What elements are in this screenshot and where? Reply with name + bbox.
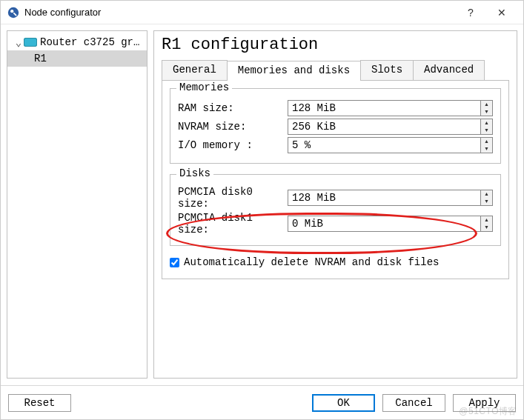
nvram-size-label: NVRAM size: [178,121,288,133]
memories-group: Memories RAM size: ▲ ▼ NVRAM size: [170,88,501,164]
titlebar: Node configurator ? ✕ [1,1,523,24]
router-icon [24,38,37,47]
svg-point-0 [8,7,19,17]
pcmcia-disk1-input[interactable] [288,216,480,232]
tab-bar: General Memories and disks Slots Advance… [162,60,509,81]
dialog-footer: Reset OK Cancel Apply [1,385,523,419]
io-memory-spinbox[interactable]: ▲ ▼ [288,137,493,153]
close-button[interactable]: ✕ [486,1,517,24]
spin-down-icon[interactable]: ▼ [481,224,492,231]
pcmcia-disk0-input[interactable] [288,190,480,206]
ok-button[interactable]: OK [312,394,375,412]
ram-size-input[interactable] [288,100,480,116]
node-tree[interactable]: ⌄ Router c3725 gr… R1 [7,30,147,379]
io-memory-input[interactable] [288,137,480,153]
memories-legend: Memories [176,81,232,93]
ram-size-spinbox[interactable]: ▲ ▼ [288,100,493,116]
disks-legend: Disks [176,167,213,179]
tab-memories-disks[interactable]: Memories and disks [227,61,361,81]
pcmcia-disk0-label: PCMCIA disk0 size: [178,186,288,210]
tree-child-item[interactable]: R1 [7,50,147,67]
spin-up-icon[interactable]: ▲ [481,190,492,198]
auto-delete-row[interactable]: Automatically delete NVRAM and disk file… [170,256,501,268]
pcmcia-disk1-spinbox[interactable]: ▲ ▼ [288,216,493,232]
config-pane: R1 configuration General Memories and di… [153,30,517,379]
auto-delete-label[interactable]: Automatically delete NVRAM and disk file… [184,256,439,268]
tab-slots[interactable]: Slots [360,60,414,80]
watermark: @51CTO博客 [459,405,517,418]
app-icon [7,6,20,19]
nvram-size-spinbox[interactable]: ▲ ▼ [288,119,493,135]
cancel-button[interactable]: Cancel [382,394,445,412]
help-button[interactable]: ? [455,1,486,24]
nvram-size-input[interactable] [288,119,480,135]
spin-up-icon[interactable]: ▲ [481,101,492,108]
svg-point-1 [10,10,13,13]
auto-delete-checkbox[interactable] [170,258,179,267]
caret-down-icon: ⌄ [13,36,24,49]
spin-up-icon[interactable]: ▲ [481,138,492,145]
ram-size-label: RAM size: [178,102,288,114]
tab-advanced[interactable]: Advanced [413,60,485,80]
tab-panel-memories-disks: Memories RAM size: ▲ ▼ NVRAM size: [162,81,509,279]
spin-up-icon[interactable]: ▲ [481,119,492,127]
disks-group: Disks PCMCIA disk0 size: ▲ ▼ PCMCIA disk… [170,174,501,246]
tree-root-item[interactable]: ⌄ Router c3725 gr… [7,34,147,50]
spin-down-icon[interactable]: ▼ [481,198,492,205]
spin-down-icon[interactable]: ▼ [481,145,492,153]
window-title: Node configurator [24,7,455,18]
pcmcia-disk0-spinbox[interactable]: ▲ ▼ [288,190,493,206]
reset-button[interactable]: Reset [8,394,71,412]
tree-child-label: R1 [34,53,47,64]
spin-up-icon[interactable]: ▲ [481,216,492,224]
pcmcia-disk1-label: PCMCIA disk1 size: [178,212,288,236]
spin-down-icon[interactable]: ▼ [481,127,492,134]
tree-root-label: Router c3725 gr… [40,36,139,48]
spin-down-icon[interactable]: ▼ [481,108,492,116]
config-heading: R1 configuration [162,36,509,54]
tab-general[interactable]: General [162,60,228,80]
io-memory-label: I/O memory : [178,139,288,151]
